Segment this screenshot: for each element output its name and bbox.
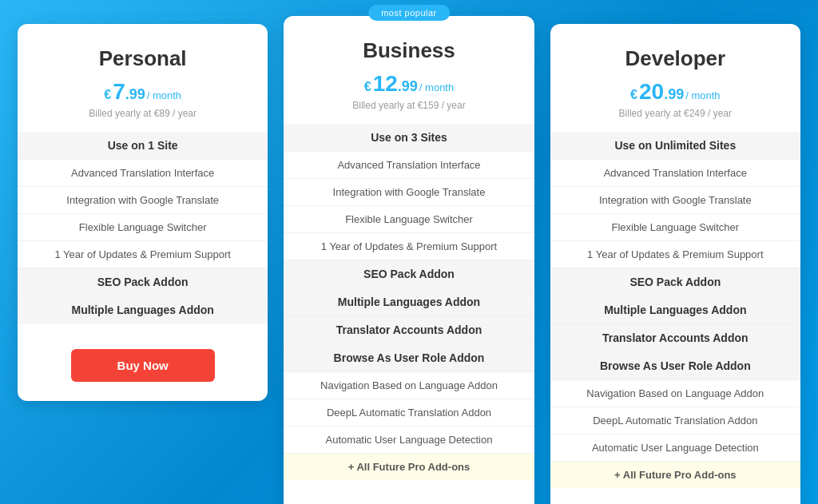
feature-item: Navigation Based on Language Addon bbox=[550, 380, 800, 407]
plan-price-row: € 7.99 / month bbox=[34, 79, 252, 105]
feature-item: Flexible Language Switcher bbox=[550, 214, 800, 241]
feature-item: + All Future Pro Add-ons bbox=[284, 454, 534, 480]
feature-item: Use on Unlimited Sites bbox=[550, 132, 800, 160]
features-list: Use on Unlimited SitesAdvanced Translati… bbox=[550, 132, 800, 501]
feature-item: Browse As User Role Addon bbox=[550, 352, 800, 380]
plan-amount: 12.99 bbox=[373, 71, 418, 97]
feature-item: Navigation Based on Language Addon bbox=[284, 372, 534, 399]
plan-currency: € bbox=[364, 80, 371, 94]
feature-item: Use on 3 Sites bbox=[284, 124, 534, 152]
feature-item: 1 Year of Updates & Premium Support bbox=[550, 241, 800, 268]
feature-item: SEO Pack Addon bbox=[550, 268, 800, 296]
feature-item: 1 Year of Updates & Premium Support bbox=[284, 233, 534, 260]
feature-item: Flexible Language Switcher bbox=[18, 214, 268, 241]
plan-footer: Buy Now bbox=[284, 493, 534, 504]
features-list: Use on 1 SiteAdvanced Translation Interf… bbox=[18, 132, 268, 336]
feature-item: Advanced Translation Interface bbox=[550, 160, 800, 187]
plan-currency: € bbox=[104, 88, 111, 102]
plan-amount: 20.99 bbox=[639, 79, 684, 105]
plan-price-row: € 12.99 / month bbox=[300, 71, 518, 97]
feature-item: Flexible Language Switcher bbox=[284, 206, 534, 233]
feature-item: Use on 1 Site bbox=[18, 132, 268, 160]
plan-currency: € bbox=[630, 88, 637, 102]
features-list: Use on 3 SitesAdvanced Translation Inter… bbox=[284, 124, 534, 493]
plan-footer: Buy Now bbox=[18, 336, 268, 401]
plan-period: / month bbox=[147, 89, 181, 101]
plan-price-row: € 20.99 / month bbox=[566, 79, 784, 105]
feature-item: Integration with Google Translate bbox=[18, 187, 268, 214]
most-popular-badge: most popular bbox=[368, 5, 450, 21]
plan-header: Business € 12.99 / month Billed yearly a… bbox=[284, 16, 534, 124]
feature-item: DeepL Automatic Translation Addon bbox=[284, 399, 534, 427]
feature-item: 1 Year of Updates & Premium Support bbox=[18, 241, 268, 268]
feature-item: Advanced Translation Interface bbox=[18, 160, 268, 187]
plan-name: Business bbox=[300, 38, 518, 63]
feature-item: SEO Pack Addon bbox=[284, 260, 534, 288]
plan-name: Developer bbox=[566, 46, 784, 71]
plan-amount: 7.99 bbox=[113, 79, 145, 105]
pricing-section: Personal € 7.99 / month Billed yearly at… bbox=[18, 24, 800, 504]
feature-item: Browse As User Role Addon bbox=[284, 344, 534, 372]
feature-item: Translator Accounts Addon bbox=[284, 316, 534, 344]
plan-billed: Billed yearly at €159 / year bbox=[300, 100, 518, 111]
plan-period: / month bbox=[685, 89, 720, 101]
feature-item: Advanced Translation Interface bbox=[284, 152, 534, 179]
feature-item: DeepL Automatic Translation Addon bbox=[550, 407, 800, 435]
buy-now-button[interactable]: Buy Now bbox=[71, 349, 215, 382]
feature-item: Integration with Google Translate bbox=[550, 187, 800, 214]
plan-card-developer: Developer € 20.99 / month Billed yearly … bbox=[550, 24, 800, 504]
plan-header: Personal € 7.99 / month Billed yearly at… bbox=[18, 24, 268, 132]
feature-item: SEO Pack Addon bbox=[18, 268, 268, 296]
plan-header: Developer € 20.99 / month Billed yearly … bbox=[550, 24, 800, 132]
feature-item: Automatic User Language Detection bbox=[284, 427, 534, 454]
feature-item: Multiple Languages Addon bbox=[284, 288, 534, 316]
plan-billed: Billed yearly at €89 / year bbox=[34, 108, 252, 119]
feature-item: Integration with Google Translate bbox=[284, 179, 534, 206]
feature-item: + All Future Pro Add-ons bbox=[550, 462, 800, 488]
plan-name: Personal bbox=[34, 46, 252, 71]
feature-item: Multiple Languages Addon bbox=[550, 296, 800, 324]
plan-card-business: most popular Business € 12.99 / month Bi… bbox=[284, 16, 534, 504]
plan-footer: Buy Now bbox=[550, 501, 800, 504]
feature-item: Automatic User Language Detection bbox=[550, 435, 800, 462]
plan-billed: Billed yearly at €249 / year bbox=[566, 108, 784, 119]
plan-card-personal: Personal € 7.99 / month Billed yearly at… bbox=[18, 24, 268, 401]
plan-period: / month bbox=[419, 81, 454, 93]
feature-item: Multiple Languages Addon bbox=[18, 296, 268, 323]
feature-item: Translator Accounts Addon bbox=[550, 324, 800, 352]
